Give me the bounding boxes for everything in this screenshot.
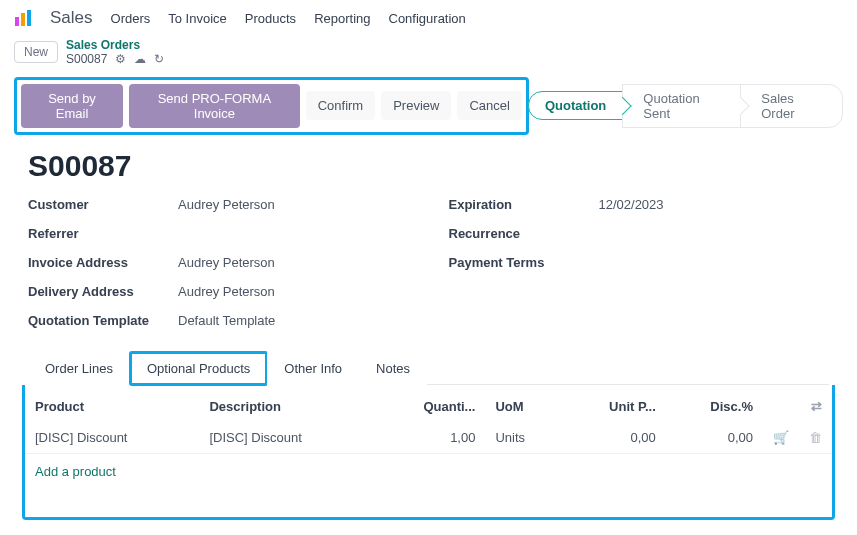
value-quotation-template[interactable]: Default Template [178,313,409,328]
col-discount: Disc.% [666,391,763,422]
notebook-tabs: Order Lines Optional Products Other Info… [28,352,829,385]
stage-indicator: Quotation Quotation Sent Sales Order [529,84,843,128]
cell-uom[interactable]: Units [485,422,562,454]
label-invoice-address: Invoice Address [28,255,178,270]
col-description: Description [199,391,373,422]
menu-reporting[interactable]: Reporting [314,11,370,26]
value-expiration[interactable]: 12/02/2023 [599,197,830,212]
top-menubar: Sales Orders To Invoice Products Reporti… [0,0,857,32]
stage-sales-order[interactable]: Sales Order [740,84,843,128]
new-button[interactable]: New [14,41,58,63]
form-grid: Customer Audrey Peterson Expiration 12/0… [28,197,829,328]
tab-optional-products[interactable]: Optional Products [130,352,267,385]
col-uom: UoM [485,391,562,422]
send-proforma-button[interactable]: Send PRO-FORMA Invoice [129,84,300,128]
breadcrumb-root[interactable]: Sales Orders [66,38,164,52]
label-delivery-address: Delivery Address [28,284,178,299]
cart-icon[interactable]: 🛒 [773,430,789,445]
svg-rect-1 [21,13,25,26]
value-customer[interactable]: Audrey Peterson [178,197,409,212]
label-quotation-template: Quotation Template [28,313,178,328]
cell-discount[interactable]: 0,00 [666,422,763,454]
value-delivery-address[interactable]: Audrey Peterson [178,284,409,299]
add-product-link[interactable]: Add a product [25,454,832,489]
cloud-icon[interactable]: ☁ [134,52,146,66]
action-status-bar: Send by Email Send PRO-FORMA Invoice Con… [0,77,857,145]
form-sheet: S00087 Customer Audrey Peterson Expirati… [0,145,857,534]
label-payment-terms: Payment Terms [449,255,599,270]
stage-quotation-sent[interactable]: Quotation Sent [622,84,741,128]
cell-quantity[interactable]: 1,00 [374,422,486,454]
menu-to-invoice[interactable]: To Invoice [168,11,227,26]
trash-icon[interactable]: 🗑 [809,430,822,445]
stage-quotation[interactable]: Quotation [528,91,623,120]
app-name: Sales [50,8,93,28]
optional-products-table: Product Description Quanti... UoM Unit P… [25,391,832,454]
gear-icon[interactable]: ⚙ [115,52,126,66]
value-invoice-address[interactable]: Audrey Peterson [178,255,409,270]
adjust-columns-icon[interactable]: ⇄ [811,399,822,414]
preview-button[interactable]: Preview [381,91,451,120]
label-customer: Customer [28,197,178,212]
breadcrumb-record-id: S00087 [66,52,107,66]
tab-notes[interactable]: Notes [359,352,427,385]
menu-orders[interactable]: Orders [111,11,151,26]
col-unit-price: Unit P... [562,391,665,422]
cell-product[interactable]: [DISC] Discount [25,422,199,454]
breadcrumb-bar: New Sales Orders S00087 ⚙ ☁ ↻ [0,32,857,73]
cancel-button[interactable]: Cancel [457,91,521,120]
menu-products[interactable]: Products [245,11,296,26]
tab-order-lines[interactable]: Order Lines [28,352,130,385]
record-title: S00087 [28,149,829,183]
app-logo-icon [14,9,32,27]
svg-rect-0 [15,17,19,26]
optional-products-panel: Product Description Quanti... UoM Unit P… [22,385,835,520]
col-product: Product [25,391,199,422]
col-quantity: Quanti... [374,391,486,422]
confirm-button[interactable]: Confirm [306,91,376,120]
breadcrumb: Sales Orders S00087 ⚙ ☁ ↻ [66,38,164,67]
tab-other-info[interactable]: Other Info [267,352,359,385]
refresh-icon[interactable]: ↻ [154,52,164,66]
svg-rect-2 [27,10,31,26]
label-referrer: Referrer [28,226,178,241]
table-row[interactable]: [DISC] Discount [DISC] Discount 1,00 Uni… [25,422,832,454]
action-buttons-group: Send by Email Send PRO-FORMA Invoice Con… [14,77,529,135]
cell-unit-price[interactable]: 0,00 [562,422,665,454]
cell-description[interactable]: [DISC] Discount [199,422,373,454]
label-recurrence: Recurrence [449,226,599,241]
menu-configuration[interactable]: Configuration [389,11,466,26]
send-email-button[interactable]: Send by Email [21,84,123,128]
label-expiration: Expiration [449,197,599,212]
